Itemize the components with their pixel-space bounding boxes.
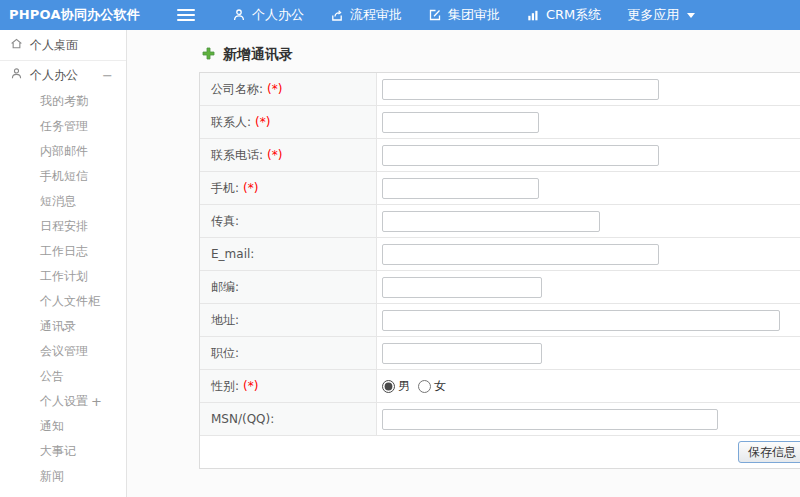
sidebar-item-notifications[interactable]: 通知 xyxy=(40,414,126,439)
plus-icon xyxy=(202,45,215,64)
approval-flow-icon xyxy=(330,8,344,22)
field-label: 传真: xyxy=(211,213,239,230)
field-label: 联系人: xyxy=(211,114,251,131)
required-mark: (*) xyxy=(243,181,258,195)
field-label: 联系电话: xyxy=(211,147,263,164)
field-label: E_mail: xyxy=(211,247,254,261)
sidebar-item-sms[interactable]: 手机短信 xyxy=(40,164,126,189)
position-input[interactable] xyxy=(382,343,542,364)
bar-chart-icon xyxy=(526,8,540,22)
contact-phone-input[interactable] xyxy=(382,145,659,166)
field-label: 公司名称: xyxy=(211,81,263,98)
nav-item-more-apps[interactable]: 更多应用 xyxy=(614,0,708,30)
sidebar-submenu: 我的考勤 任务管理 内部邮件 手机短信 短消息 日程安排 工作日志 工作计划 个… xyxy=(0,89,126,489)
field-label: MSN/(QQ): xyxy=(211,412,274,426)
email-input[interactable] xyxy=(382,244,659,265)
sidebar-section-personal-office[interactable]: 个人办公 − xyxy=(0,61,126,89)
form-row-fax: 传真: xyxy=(200,205,800,238)
form-row-position: 职位: xyxy=(200,337,800,370)
sidebar: 个人桌面 个人办公 − 我的考勤 任务管理 内部邮件 手机短信 短消息 日程安排… xyxy=(0,30,127,497)
form-row-postcode: 邮编: xyxy=(200,271,800,304)
mobile-input[interactable] xyxy=(382,178,539,199)
form-row-gender: 性别:(*) 男 女 xyxy=(200,370,800,403)
form-row-company: 公司名称:(*) xyxy=(200,73,800,106)
sidebar-item-tasks[interactable]: 任务管理 xyxy=(40,114,126,139)
sidebar-item-milestones[interactable]: 大事记 xyxy=(40,439,126,464)
sidebar-item-file-cabinet[interactable]: 个人文件柜 xyxy=(40,289,126,314)
edit-square-icon xyxy=(428,8,442,22)
field-label: 职位: xyxy=(211,345,239,362)
user-icon xyxy=(232,8,246,22)
nav-item-group-approval[interactable]: 集团审批 xyxy=(415,0,513,30)
required-mark: (*) xyxy=(243,379,258,393)
company-name-input[interactable] xyxy=(382,79,659,100)
expand-icon[interactable]: + xyxy=(91,389,102,414)
sidebar-item-attendance[interactable]: 我的考勤 xyxy=(40,89,126,114)
postcode-input[interactable] xyxy=(382,277,542,298)
sidebar-item-meetings[interactable]: 会议管理 xyxy=(40,339,126,364)
gender-option-female[interactable]: 女 xyxy=(418,378,446,395)
required-mark: (*) xyxy=(267,82,282,96)
collapse-icon[interactable]: − xyxy=(102,68,113,83)
app-logo: PHPOA协同办公软件 xyxy=(0,6,127,24)
form-row-email: E_mail: xyxy=(200,238,800,271)
form-row-contact-person: 联系人:(*) xyxy=(200,106,800,139)
form-row-address: 地址: xyxy=(200,304,800,337)
user-icon xyxy=(10,67,23,83)
sidebar-item-short-message[interactable]: 短消息 xyxy=(40,189,126,214)
required-mark: (*) xyxy=(267,148,282,162)
form-row-phone: 联系电话:(*) xyxy=(200,139,800,172)
sidebar-item-work-log[interactable]: 工作日志 xyxy=(40,239,126,264)
page-title: 新增通讯录 xyxy=(202,45,293,64)
nav-item-process-approval[interactable]: 流程审批 xyxy=(317,0,415,30)
content-area: 新增通讯录 公司名称:(*) 联系人:(*) 联系电话:(*) 手机:(*) 传… xyxy=(127,30,800,497)
caret-down-icon xyxy=(687,13,695,18)
home-icon xyxy=(10,37,23,53)
field-label: 手机: xyxy=(211,180,239,197)
msn-qq-input[interactable] xyxy=(382,409,718,430)
contact-person-input[interactable] xyxy=(382,112,539,133)
fax-input[interactable] xyxy=(382,211,600,232)
nav-item-crm[interactable]: CRM系统 xyxy=(513,0,614,30)
required-mark: (*) xyxy=(255,115,270,129)
sidebar-item-settings[interactable]: 个人设置 + xyxy=(40,389,126,414)
sidebar-item-internal-mail[interactable]: 内部邮件 xyxy=(40,139,126,164)
address-input[interactable] xyxy=(382,310,780,331)
field-label: 地址: xyxy=(211,312,239,329)
field-label: 性别: xyxy=(211,378,239,395)
top-navigation: 个人办公 流程审批 集团审批 xyxy=(219,0,708,30)
contact-form: 公司名称:(*) 联系人:(*) 联系电话:(*) 手机:(*) 传真: E_m… xyxy=(199,72,800,469)
sidebar-item-contacts[interactable]: 通讯录 xyxy=(40,314,126,339)
field-label: 邮编: xyxy=(211,279,239,296)
sidebar-item-announcements[interactable]: 公告 xyxy=(40,364,126,389)
form-button-row: 保存信息 xyxy=(200,436,800,468)
save-button[interactable]: 保存信息 xyxy=(738,441,800,463)
sidebar-item-desktop[interactable]: 个人桌面 xyxy=(0,30,126,61)
gender-radio-female[interactable] xyxy=(418,380,431,393)
form-row-msn-qq: MSN/(QQ): xyxy=(200,403,800,436)
sidebar-item-schedule[interactable]: 日程安排 xyxy=(40,214,126,239)
hamburger-icon[interactable] xyxy=(177,6,195,24)
form-row-mobile: 手机:(*) xyxy=(200,172,800,205)
topbar: PHPOA协同办公软件 个人办公 流程审批 xyxy=(0,0,800,30)
sidebar-item-news[interactable]: 新闻 xyxy=(40,464,126,489)
gender-option-male[interactable]: 男 xyxy=(382,378,410,395)
gender-radio-male[interactable] xyxy=(382,380,395,393)
sidebar-item-work-plan[interactable]: 工作计划 xyxy=(40,264,126,289)
nav-item-personal-office[interactable]: 个人办公 xyxy=(219,0,317,30)
